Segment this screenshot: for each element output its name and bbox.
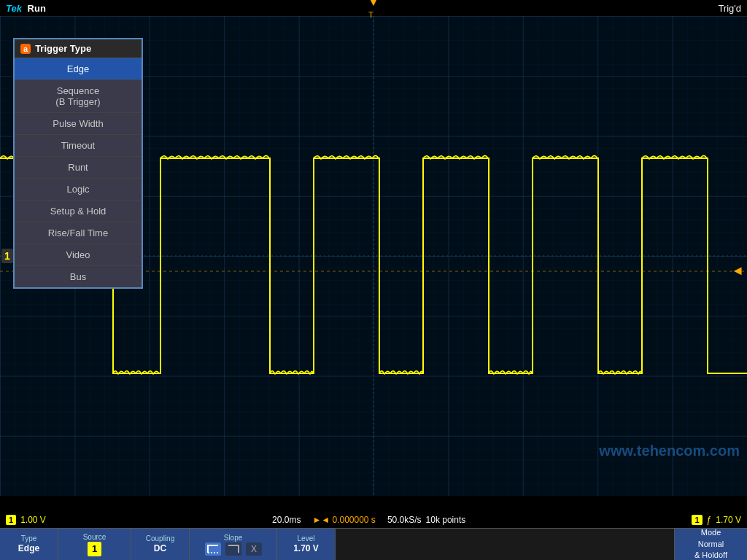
menu-title: Trigger Type	[35, 43, 91, 54]
bottom-toolbar: Type Edge Source 1 Coupling DC Slope	[0, 528, 747, 560]
time-ref-group: ►◄ 0.000000 s	[312, 515, 375, 525]
trigger-level-arrow: ◄	[731, 262, 744, 278]
trigger-position-marker: ▼T	[368, 0, 379, 20]
timebase-group: 20.0ms	[272, 515, 301, 525]
menu-item-edge[interactable]: Edge	[15, 58, 142, 80]
trig-ch-badge: 1	[692, 515, 702, 525]
menu-item-setup-hold[interactable]: Setup & Hold	[15, 201, 142, 222]
level-value: 1.70 V	[293, 543, 319, 555]
menu-item-rise-fall[interactable]: Rise/Fall Time	[15, 222, 142, 244]
menu-item-logic[interactable]: Logic	[15, 179, 142, 201]
level-button[interactable]: Level 1.70 V	[277, 529, 336, 560]
trig-level-group: 1 ƒ 1.70 V	[692, 515, 741, 525]
timebase-value: 20.0ms	[272, 515, 301, 525]
status-bar: 1 1.00 V 20.0ms ►◄ 0.000000 s 50.0kS/s 1…	[0, 512, 747, 528]
channel-badge: a	[20, 44, 31, 54]
brand-run: Tek Run	[6, 3, 46, 14]
source-label: Source	[83, 532, 107, 542]
sample-group: 50.0kS/s 10k points	[387, 515, 465, 525]
svg-text:X: X	[250, 544, 256, 554]
ch1-marker: 1	[1, 249, 13, 263]
coupling-value: DC	[154, 543, 166, 555]
points-value: 10k points	[426, 515, 466, 525]
type-button[interactable]: Type Edge	[0, 529, 58, 560]
either-edge-icon: X	[246, 542, 262, 556]
coupling-button[interactable]: Coupling DC	[131, 529, 190, 560]
brand-label: Tek	[6, 3, 22, 14]
source-button[interactable]: Source 1	[58, 529, 131, 560]
sample-rate: 50.0kS/s	[387, 515, 422, 525]
menu-item-runt[interactable]: Runt	[15, 157, 142, 179]
time-ref-value: ►◄ 0.000000 s	[312, 515, 375, 525]
voltage-value: 1.00 V	[20, 515, 46, 525]
menu-header: a Trigger Type	[15, 39, 142, 58]
type-label: Type	[21, 534, 37, 543]
menu-item-bus[interactable]: Bus	[15, 266, 142, 287]
slope-label: Slope	[224, 533, 243, 542]
ch1-badge: 1	[6, 515, 16, 525]
ch1-voltage-group: 1 1.00 V	[6, 515, 46, 525]
source-ch-badge: 1	[88, 542, 101, 557]
coupling-label: Coupling	[146, 534, 174, 543]
run-state: Run	[28, 3, 46, 14]
trig-state: Trig'd	[718, 3, 741, 14]
menu-item-video[interactable]: Video	[15, 244, 142, 266]
mode-button[interactable]: Mode Normal & Holdoff	[674, 529, 747, 560]
menu-item-sequence[interactable]: Sequence(B Trigger)	[15, 80, 142, 113]
slope-icons: X	[205, 542, 262, 556]
type-value: Edge	[18, 543, 39, 555]
trig-level-value: 1.70 V	[716, 515, 741, 525]
top-bar: Tek Run ▼T Trig'd	[0, 0, 747, 16]
level-label: Level	[298, 534, 315, 543]
falling-edge-icon	[225, 542, 241, 556]
menu-item-timeout[interactable]: Timeout	[15, 135, 142, 157]
rising-edge-icon	[205, 542, 221, 556]
trigger-type-menu: a Trigger Type Edge Sequence(B Trigger) …	[13, 38, 143, 289]
mode-label: Mode	[701, 527, 721, 538]
slope-button[interactable]: Slope X	[190, 529, 277, 560]
menu-item-pulse-width[interactable]: Pulse Width	[15, 113, 142, 135]
mode-value: Normal & Holdoff	[694, 539, 727, 560]
oscilloscope-screen: 1 ◄ a Trigger Type Edge Sequence(B Trigg…	[0, 16, 747, 496]
trig-symbol: ƒ	[707, 515, 712, 525]
